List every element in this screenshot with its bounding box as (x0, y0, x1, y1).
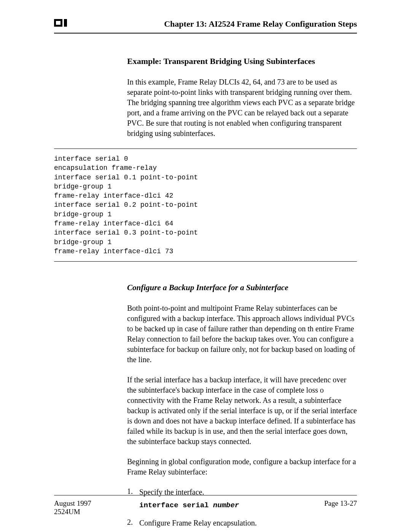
svg-rect-1 (56, 21, 61, 25)
code-block: interface serial 0 encapsulation frame-r… (54, 154, 357, 256)
body-paragraph: Beginning in global configuration mode, … (127, 457, 357, 477)
svg-rect-2 (64, 19, 67, 27)
footer-doc-id: 2524UM (54, 508, 91, 516)
page-header: Chapter 13: AI2524 Frame Relay Configura… (54, 19, 357, 34)
body-paragraph: In this example, Frame Relay DLCIs 42, 6… (127, 77, 357, 139)
code-block-container: interface serial 0 encapsulation frame-r… (54, 149, 357, 262)
section-heading-example: Example: Transparent Bridging Using Subi… (127, 56, 357, 66)
step-number: 2. (127, 518, 139, 528)
step-text: Configure Frame Relay encapsulation. (139, 518, 257, 528)
subsection-heading-backup: Configure a Backup Interface for a Subin… (127, 283, 357, 292)
chapter-title: Chapter 13: AI2524 Frame Relay Configura… (164, 19, 357, 29)
step-item: 2. Configure Frame Relay encapsulation. (127, 518, 357, 528)
footer-left: August 1997 2524UM (54, 499, 91, 516)
brand-logo-icon (54, 19, 68, 28)
page-footer: August 1997 2524UM Page 13-27 (54, 495, 357, 516)
body-paragraph: Both point-to-point and multipoint Frame… (127, 303, 357, 365)
footer-date: August 1997 (54, 499, 91, 508)
footer-page-number: Page 13-27 (324, 499, 357, 516)
main-column: Example: Transparent Bridging Using Subi… (127, 56, 357, 139)
body-paragraph: If the serial interface has a backup int… (127, 375, 357, 447)
main-column: Configure a Backup Interface for a Subin… (127, 283, 357, 532)
